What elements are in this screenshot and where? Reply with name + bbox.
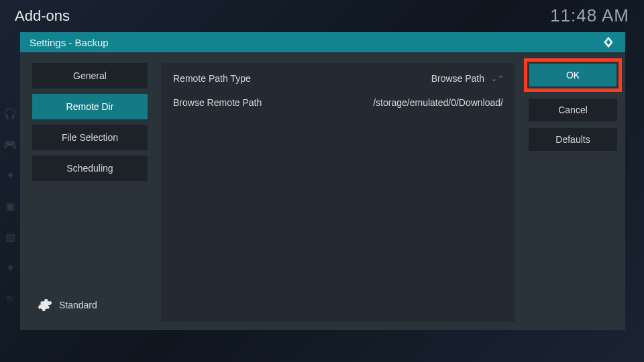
button-label: OK [566, 70, 580, 80]
setting-browse-remote-path[interactable]: Browse Remote Path /storage/emulated/0/D… [173, 95, 503, 110]
sidebar-item-label: Remote Dir [66, 101, 114, 112]
clock: 11:48 AM [550, 5, 629, 26]
addon-icon: ✦ [3, 169, 17, 182]
gamepad-icon: 🎮 [3, 138, 17, 152]
android-icon: ▣ [3, 200, 17, 213]
setting-value-text: Browse Path [431, 73, 484, 84]
button-label: Cancel [558, 105, 588, 115]
sidebar-item-label: File Selection [62, 132, 118, 143]
settings-dialog: Settings - Backup General Remote Dir Fil… [20, 32, 625, 330]
dialog-title: Settings - Backup [30, 37, 109, 48]
settings-content: Remote Path Type Browse Path ⌄⌃ Browse R… [161, 63, 515, 322]
chevron-down-icon: ⌄ [491, 74, 496, 83]
defaults-button[interactable]: Defaults [529, 128, 617, 151]
chevron-up-icon: ⌃ [498, 74, 503, 83]
headphones-icon: 🎧 [3, 107, 17, 121]
sidebar-item-label: General [73, 70, 107, 81]
spinner-arrows-icon[interactable]: ⌄⌃ [491, 74, 503, 83]
setting-value-text: /storage/emulated/0/Download/ [373, 97, 503, 108]
gear-icon [38, 298, 52, 312]
sidebar-item-scheduling[interactable]: Scheduling [32, 156, 148, 181]
dialog-body: General Remote Dir File Selection Schedu… [20, 52, 625, 330]
sidebar-item-file-selection[interactable]: File Selection [32, 125, 148, 150]
kodi-logo-icon [601, 35, 616, 50]
button-label: Defaults [555, 134, 590, 145]
sidebar-item-general[interactable]: General [32, 63, 148, 88]
page-title: Add-ons [15, 7, 70, 25]
sidebar-item-label: Scheduling [66, 163, 113, 174]
topbar: Add-ons 11:48 AM [0, 0, 644, 30]
setting-value: Browse Path ⌄⌃ [431, 73, 503, 84]
setting-label: Remote Path Type [173, 73, 251, 84]
ok-button[interactable]: OK [529, 64, 616, 86]
cancel-button[interactable]: Cancel [529, 99, 617, 121]
settings-level-label: Standard [59, 300, 97, 310]
dialog-header: Settings - Backup [20, 32, 625, 52]
settings-level-toggle[interactable]: Standard [32, 294, 148, 322]
sidebar-item-remote-dir[interactable]: Remote Dir [32, 94, 148, 119]
settings-icon: ✶ [3, 261, 17, 275]
ok-highlight: OK [524, 58, 622, 92]
settings-sidebar: General Remote Dir File Selection Schedu… [32, 63, 148, 322]
setting-value: /storage/emulated/0/Download/ [373, 97, 503, 108]
setting-label: Browse Remote Path [173, 97, 262, 108]
power-icon: ⎋ [3, 292, 17, 306]
pictures-icon: ▤ [3, 231, 17, 244]
dialog-actions: OK Cancel Defaults [529, 63, 617, 322]
left-rail-icons: 🎧 🎮 ✦ ▣ ▤ ✶ ⎋ [0, 107, 20, 306]
setting-remote-path-type[interactable]: Remote Path Type Browse Path ⌄⌃ [173, 71, 503, 86]
